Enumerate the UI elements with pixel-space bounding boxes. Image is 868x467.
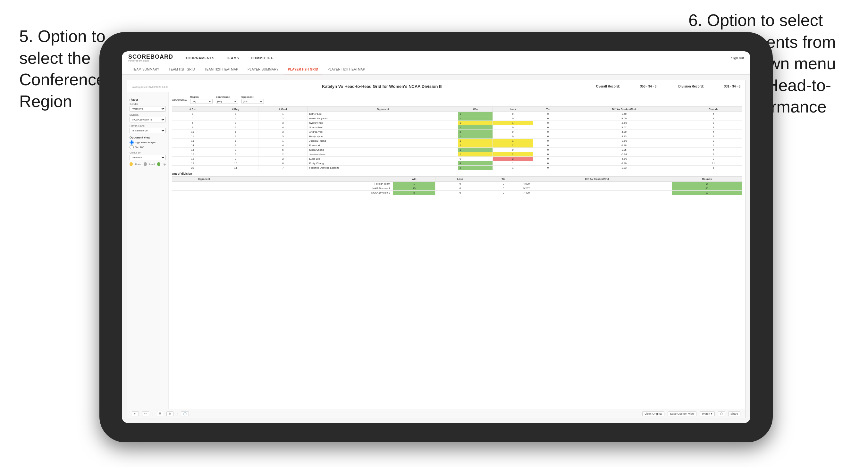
save-custom-view-button[interactable]: Save Custom View <box>668 411 696 416</box>
table-row: 5 2 2 Alexis Sudjianto 1 0 0 4.00 3 <box>172 116 742 121</box>
cell-conf: 7 <box>258 166 308 170</box>
nav-tournaments[interactable]: TOURNAMENTS <box>183 55 217 61</box>
tablet-device: SCOREBOARD Powered by clippd TOURNAMENTS… <box>99 32 773 442</box>
redo-button[interactable]: ↪ <box>142 411 149 416</box>
last-updated: Last Updated: 27/03/2024 04:34 <box>132 83 168 89</box>
col-rounds: Rounds <box>685 107 742 112</box>
cell-loss: 0 <box>493 116 533 121</box>
ood-cell-win: 5 <box>393 191 435 195</box>
gender-label: Gender <box>129 102 166 105</box>
sub-nav-team-summary[interactable]: TEAM SUMMARY <box>128 65 163 74</box>
ood-cell-loss: 0 <box>435 191 485 195</box>
region-select[interactable]: (All) <box>190 99 213 104</box>
cell-rounds: 2 <box>685 157 742 161</box>
table-header: # Div # Reg # Conf Opponent Win Loss Tie… <box>172 107 742 112</box>
save-custom-view-label: Save Custom View <box>670 412 694 415</box>
share-label: Share <box>731 412 738 415</box>
colour-up <box>157 162 160 166</box>
cell-diff: 1.33 <box>563 166 685 170</box>
cell-diff: -1.00 <box>563 121 685 125</box>
cell-tie: 0 <box>533 125 563 130</box>
conference-filter-label: Conference <box>216 95 238 98</box>
player-rank-select[interactable]: 8. Katelyn Vo <box>129 128 166 133</box>
col-reg: # Reg <box>213 107 258 112</box>
table-row: 13 1 1 Jessica Huang 1 1 0 -3.00 2 <box>172 139 742 143</box>
cell-rounds: 3 <box>685 121 742 125</box>
ood-table-row: NAIA Division 1 15 0 0 9.267 30 <box>172 186 742 191</box>
cell-loss: 1 <box>493 161 533 166</box>
cell-tie: 0 <box>533 143 563 148</box>
clock-button[interactable]: 🕐 <box>181 411 189 416</box>
colour-by-select[interactable]: Win/loss <box>129 155 166 160</box>
panel-header: Last Updated: 27/03/2024 04:34 Katelyn V… <box>127 80 745 92</box>
share-icon-button[interactable]: ⬡ <box>718 411 725 416</box>
ood-col-tie: Tie <box>485 177 522 182</box>
nav-committee[interactable]: COMMITTEE <box>248 55 276 61</box>
cell-div: 5 <box>172 116 213 121</box>
view-original-button[interactable]: View: Original <box>642 411 664 416</box>
cell-loss: 1 <box>493 139 533 143</box>
ood-cell-tie: 0 <box>485 191 522 195</box>
gender-select[interactable]: Women's <box>129 106 166 112</box>
conference-select[interactable]: (All) <box>216 99 238 104</box>
col-loss: Loss <box>493 107 533 112</box>
opponent-view-field: Opponent view Opponents Played Top 100 <box>129 136 166 149</box>
sub-nav-player-summary[interactable]: PLAYER SUMMARY <box>244 65 282 74</box>
gender-field: Gender Women's <box>129 102 166 112</box>
radio-top-100[interactable]: Top 100 <box>129 145 166 149</box>
cell-win: 2 <box>458 130 493 134</box>
cell-conf: 6 <box>258 161 308 166</box>
col-opponent: Opponent <box>308 107 458 112</box>
app-header: SCOREBOARD Powered by clippd TOURNAMENTS… <box>122 51 750 65</box>
cell-opponent: Andrea York <box>308 130 458 134</box>
cell-reg: 8 <box>213 148 258 152</box>
division-field: Division NCAA Division III <box>129 114 166 122</box>
opponents-label: Opponents: <box>172 98 187 101</box>
cell-diff: 1.50 <box>563 112 685 116</box>
main-table-body: 3 3 1 Esther Lee 1 0 0 1.50 4 5 2 2 Alex… <box>172 112 742 170</box>
opponent-select[interactable]: (All) <box>242 99 264 104</box>
col-diff: Diff Av Strokes/Rnd <box>563 107 685 112</box>
main-data-table: # Div # Reg # Conf Opponent Win Loss Tie… <box>172 106 742 170</box>
sub-nav-player-h2h-grid[interactable]: PLAYER H2H GRID <box>284 65 322 74</box>
cell-rounds: 4 <box>685 148 742 152</box>
sub-nav-team-h2h-grid[interactable]: TEAM H2H GRID <box>165 65 199 74</box>
sub-nav-team-h2h-heatmap[interactable]: TEAM H2H HEATMAP <box>200 65 242 74</box>
cell-tie: 0 <box>533 121 563 125</box>
colour-by-label: Colour by <box>129 151 166 154</box>
sub-nav-player-h2h-heatmap[interactable]: PLAYER H2H HEATMAP <box>323 65 369 74</box>
cell-div: 10 <box>172 130 213 134</box>
ood-col-diff: Diff Av Strokes/Rnd <box>522 177 672 182</box>
undo-button[interactable]: ↩ <box>132 411 139 416</box>
cell-conf: 3 <box>258 121 308 125</box>
cell-tie: 0 <box>533 139 563 143</box>
cell-rounds: 3 <box>685 116 742 121</box>
nav-teams[interactable]: TEAMS <box>223 55 242 61</box>
cell-loss: 0 <box>493 148 533 152</box>
ood-cell-loss: 0 <box>435 182 485 186</box>
ood-cell-tie: 0 <box>485 186 522 191</box>
col-div: # Div <box>172 107 213 112</box>
col-conf: # Conf <box>258 107 308 112</box>
logo-sub-text: Powered by clippd <box>128 60 173 62</box>
cell-opponent: Jessica Mason <box>308 152 458 157</box>
division-select[interactable]: NCAA Division III <box>129 117 166 122</box>
cell-reg: 11 <box>213 166 258 170</box>
copy-button[interactable]: ⧉ <box>157 411 163 416</box>
watch-button[interactable]: Watch ▾ <box>700 411 715 416</box>
table-row: 10 6 3 Andrea York 2 0 0 4.00 4 <box>172 130 742 134</box>
share-button[interactable]: Share <box>728 411 740 416</box>
cell-conf: 3 <box>258 130 308 134</box>
sign-out-link[interactable]: Sign out <box>731 56 744 60</box>
region-filter-label: Region <box>190 95 213 98</box>
radio-opponents-played[interactable]: Opponents Played <box>129 141 166 145</box>
table-row: 3 3 1 Esther Lee 1 0 0 1.50 4 <box>172 112 742 116</box>
refresh-button[interactable]: ↻ <box>166 411 174 416</box>
ood-col-rounds: Rounds <box>672 177 742 182</box>
tablet-screen: SCOREBOARD Powered by clippd TOURNAMENTS… <box>122 51 750 423</box>
opponent-view-radio-group: Opponents Played Top 100 <box>129 141 166 149</box>
ood-cell-opponent: NAIA Division 1 <box>172 186 393 191</box>
cell-conf: 2 <box>258 152 308 157</box>
ood-cell-rounds: 10 <box>672 191 742 195</box>
cell-win: 1 <box>458 134 493 139</box>
